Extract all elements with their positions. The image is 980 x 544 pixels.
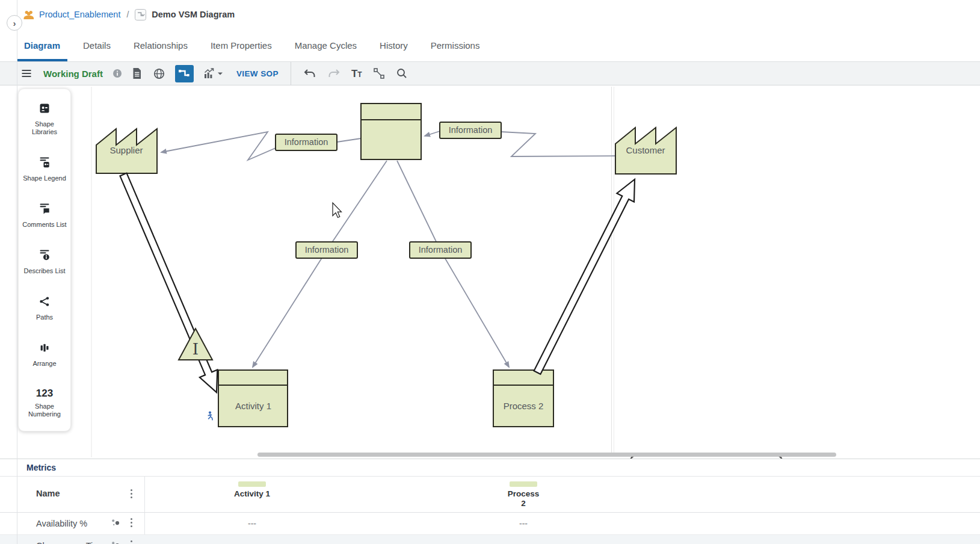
activity1-color-swatch xyxy=(238,481,266,487)
activity1-shape[interactable]: Activity 1 xyxy=(218,370,288,427)
customer-shape[interactable]: Customer xyxy=(615,128,676,174)
canvas-horizontal-scrollbar[interactable] xyxy=(257,453,836,457)
breadcrumb-separator: / xyxy=(125,10,131,19)
sidebar-item-paths[interactable]: Paths xyxy=(19,295,70,321)
metrics-name-header: Name xyxy=(36,489,60,498)
metrics-column-process2[interactable]: Process 2 xyxy=(505,481,542,508)
metrics-column-activity1[interactable]: Activity 1 xyxy=(233,481,271,499)
search-button[interactable] xyxy=(395,66,409,81)
information-connectors[interactable] xyxy=(161,131,615,367)
supplier-shape[interactable]: Supplier xyxy=(96,129,157,173)
text-tool-button[interactable]: TT xyxy=(350,67,363,80)
collapsed-panel-divider xyxy=(17,0,17,544)
tab-details[interactable]: Details xyxy=(76,29,118,61)
info-box-mid-left[interactable]: Information xyxy=(296,242,357,258)
info-box-top-left[interactable]: Information xyxy=(276,134,337,150)
connector-customer-to-info[interactable] xyxy=(501,132,615,156)
connector-nodes-icon xyxy=(373,67,385,79)
svg-text:Information: Information xyxy=(419,245,463,255)
info-box-mid-right[interactable]: Information xyxy=(410,242,471,258)
shape-libraries-icon xyxy=(39,102,51,117)
tab-bar: Diagram Details Relationships Item Prope… xyxy=(0,29,980,61)
metric-value: --- xyxy=(519,541,528,544)
view-sop-button[interactable]: VIEW SOP xyxy=(235,68,280,79)
diagram-canvas[interactable]: Supplier Customer Activity 1 Process 2 I… xyxy=(0,85,980,459)
sidebar-item-describes-list[interactable]: Describes List xyxy=(19,249,70,275)
tab-history[interactable]: History xyxy=(372,29,415,61)
tab-relationships[interactable]: Relationships xyxy=(126,29,195,61)
tab-item-properties[interactable]: Item Properties xyxy=(203,29,279,61)
push-arrow-process2-to-customer[interactable] xyxy=(534,179,635,374)
svg-text:Information: Information xyxy=(285,137,328,147)
info-icon[interactable] xyxy=(112,69,122,78)
shape-legend-icon xyxy=(39,156,51,171)
connector-info-to-supplier[interactable] xyxy=(161,132,276,160)
person-resource-icon[interactable] xyxy=(208,412,213,421)
sidebar-item-shape-numbering[interactable]: 123 Shape Numbering xyxy=(19,388,70,418)
expand-panel-button[interactable]: › xyxy=(7,15,22,31)
name-column-menu-button[interactable] xyxy=(129,487,134,502)
metric-row-changeover[interactable]: Changeover Time --- --- xyxy=(0,535,980,544)
menu-button[interactable] xyxy=(19,67,34,80)
connector-tool-button[interactable] xyxy=(175,65,194,82)
vsm-diagram: Supplier Customer Activity 1 Process 2 I… xyxy=(0,85,980,459)
tab-diagram[interactable]: Diagram xyxy=(17,29,67,61)
mouse-cursor xyxy=(333,203,342,218)
kebab-icon xyxy=(130,489,133,499)
chart-menu-button[interactable] xyxy=(202,66,224,81)
text-tool-icon: TT xyxy=(351,69,362,79)
metrics-panel: Metrics Name Activity 1 Process 2 Availa… xyxy=(0,459,980,544)
connector-center-to-activity1[interactable] xyxy=(253,161,387,367)
shape-tools-panel: Shape Libraries Shape Legend Comments Li… xyxy=(18,88,71,431)
sidebar-item-arrange[interactable]: Arrange xyxy=(19,342,70,368)
breadcrumb: Product_Enablement / Demo VSM Diagram xyxy=(0,0,980,29)
metric-row-availability[interactable]: Availability % --- --- xyxy=(0,513,980,535)
redo-button[interactable] xyxy=(326,67,342,80)
caret-down-icon xyxy=(217,71,223,76)
chart-icon xyxy=(203,67,215,79)
tab-manage-cycles[interactable]: Manage Cycles xyxy=(288,29,364,61)
connector-center-to-process2[interactable] xyxy=(397,161,509,367)
diagram-toolbar: Working Draft VIEW SOP TT xyxy=(0,61,980,85)
line-connector-button[interactable] xyxy=(372,66,386,81)
process2-color-swatch xyxy=(510,481,537,487)
globe-button[interactable] xyxy=(152,66,167,81)
customer-label: Customer xyxy=(626,145,665,155)
chevron-right-icon: › xyxy=(13,18,16,28)
undo-button[interactable] xyxy=(302,67,318,80)
metric-value: --- xyxy=(248,519,256,528)
row-menu-button[interactable] xyxy=(129,539,134,544)
inventory-triangle-shape[interactable]: I xyxy=(179,329,212,360)
redo-icon xyxy=(327,69,341,79)
row-menu-button[interactable] xyxy=(129,516,134,531)
metrics-title: Metrics xyxy=(26,463,56,472)
arrange-icon xyxy=(39,342,51,356)
inventory-label: I xyxy=(193,340,199,358)
process2-shape[interactable]: Process 2 xyxy=(493,370,553,427)
metric-link-icon[interactable] xyxy=(111,518,121,530)
kebab-icon xyxy=(130,518,133,528)
tab-permissions[interactable]: Permissions xyxy=(424,29,487,61)
paths-icon xyxy=(39,295,51,310)
breadcrumb-current-item: Demo VSM Diagram xyxy=(152,10,235,19)
metric-value: --- xyxy=(519,519,528,528)
toolbar-divider xyxy=(291,62,291,85)
info-box-top-right[interactable]: Information xyxy=(440,122,501,138)
metric-link-icon[interactable] xyxy=(111,540,121,544)
supplier-label: Supplier xyxy=(109,145,143,155)
connector-center-to-info[interactable] xyxy=(337,138,361,142)
sidebar-item-shape-legend[interactable]: Shape Legend xyxy=(19,156,70,182)
search-icon xyxy=(396,67,408,79)
document-icon xyxy=(132,67,142,79)
breadcrumb-project-link[interactable]: Product_Enablement xyxy=(39,10,120,19)
connector-info-to-center[interactable] xyxy=(425,131,440,136)
metric-value: --- xyxy=(248,541,256,544)
numbering-123-icon: 123 xyxy=(36,388,53,399)
comments-list-icon xyxy=(39,203,51,217)
activity1-label: Activity 1 xyxy=(235,401,271,411)
sidebar-item-shape-libraries[interactable]: Shape Libraries xyxy=(19,102,70,136)
document-button[interactable] xyxy=(131,66,143,81)
sidebar-item-comments-list[interactable]: Comments List xyxy=(19,203,70,229)
production-control-shape[interactable] xyxy=(361,104,421,159)
svg-text:Information: Information xyxy=(449,125,493,135)
